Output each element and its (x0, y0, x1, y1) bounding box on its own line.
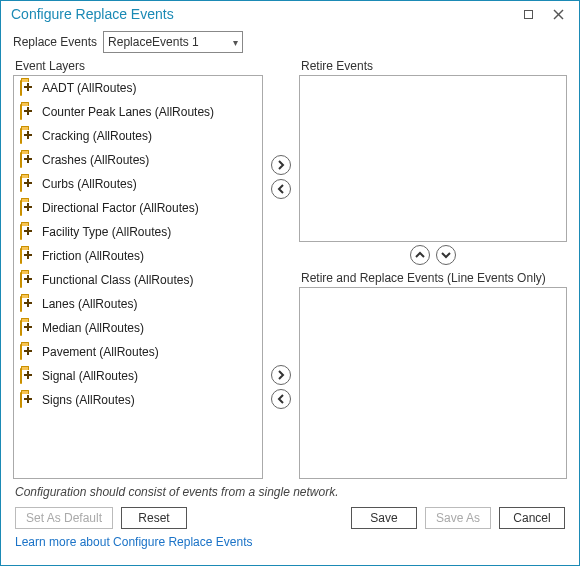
layer-label: Counter Peak Lanes (AllRoutes) (42, 105, 214, 119)
layer-icon (20, 273, 36, 287)
transfer-column (267, 59, 295, 479)
layer-icon (20, 129, 36, 143)
layer-label: Median (AllRoutes) (42, 321, 144, 335)
close-button[interactable] (543, 3, 573, 25)
layer-label: Pavement (AllRoutes) (42, 345, 159, 359)
replace-events-value: ReplaceEvents 1 (108, 35, 199, 49)
list-item[interactable]: Friction (AllRoutes) (14, 244, 262, 268)
layer-icon (20, 321, 36, 335)
layer-label: Lanes (AllRoutes) (42, 297, 137, 311)
set-as-default-button[interactable]: Set As Default (15, 507, 113, 529)
list-item[interactable]: AADT (AllRoutes) (14, 76, 262, 100)
layer-label: Directional Factor (AllRoutes) (42, 201, 199, 215)
replace-events-dropdown[interactable]: ReplaceEvents 1 ▾ (103, 31, 243, 53)
move-right-button-2[interactable] (271, 365, 291, 385)
list-item[interactable]: Cracking (AllRoutes) (14, 124, 262, 148)
move-down-button[interactable] (436, 245, 456, 265)
list-item[interactable]: Functional Class (AllRoutes) (14, 268, 262, 292)
config-note: Configuration should consist of events f… (15, 485, 565, 499)
layer-icon (20, 393, 36, 407)
layer-icon (20, 345, 36, 359)
list-item[interactable]: Facility Type (AllRoutes) (14, 220, 262, 244)
window: Configure Replace Events Replace Events … (0, 0, 580, 566)
learn-more-link[interactable]: Learn more about Configure Replace Event… (13, 535, 567, 557)
move-right-button[interactable] (271, 155, 291, 175)
save-button[interactable]: Save (351, 507, 417, 529)
move-left-button[interactable] (271, 179, 291, 199)
event-layers-column: Event Layers AADT (AllRoutes)Counter Pea… (13, 59, 263, 479)
replace-events-row: Replace Events ReplaceEvents 1 ▾ (13, 31, 567, 53)
list-item[interactable]: Signal (AllRoutes) (14, 364, 262, 388)
move-left-button-2[interactable] (271, 389, 291, 409)
layer-label: Crashes (AllRoutes) (42, 153, 149, 167)
list-item[interactable]: Median (AllRoutes) (14, 316, 262, 340)
layer-icon (20, 297, 36, 311)
layer-label: Signal (AllRoutes) (42, 369, 138, 383)
layer-label: Cracking (AllRoutes) (42, 129, 152, 143)
workarea: Event Layers AADT (AllRoutes)Counter Pea… (13, 59, 567, 479)
save-as-button[interactable]: Save As (425, 507, 491, 529)
layer-label: AADT (AllRoutes) (42, 81, 136, 95)
layer-label: Curbs (AllRoutes) (42, 177, 137, 191)
titlebar: Configure Replace Events (1, 1, 579, 27)
cancel-button[interactable]: Cancel (499, 507, 565, 529)
layer-icon (20, 153, 36, 167)
layer-label: Friction (AllRoutes) (42, 249, 144, 263)
chevron-down-icon: ▾ (233, 37, 238, 48)
retire-events-list[interactable] (299, 75, 567, 242)
reset-button[interactable]: Reset (121, 507, 187, 529)
move-up-button[interactable] (410, 245, 430, 265)
retire-replace-label: Retire and Replace Events (Line Events O… (301, 271, 567, 285)
layer-icon (20, 369, 36, 383)
list-item[interactable]: Lanes (AllRoutes) (14, 292, 262, 316)
replace-events-label: Replace Events (13, 35, 97, 49)
list-item[interactable]: Curbs (AllRoutes) (14, 172, 262, 196)
right-column: Retire Events Retire and Replace Events … (299, 59, 567, 479)
content: Replace Events ReplaceEvents 1 ▾ Event L… (1, 27, 579, 565)
list-item[interactable]: Crashes (AllRoutes) (14, 148, 262, 172)
svg-rect-0 (524, 10, 532, 18)
layer-icon (20, 177, 36, 191)
layer-icon (20, 249, 36, 263)
layer-label: Facility Type (AllRoutes) (42, 225, 171, 239)
layer-icon (20, 81, 36, 95)
list-item[interactable]: Pavement (AllRoutes) (14, 340, 262, 364)
window-title: Configure Replace Events (11, 6, 513, 22)
event-layers-list[interactable]: AADT (AllRoutes)Counter Peak Lanes (AllR… (13, 75, 263, 479)
layer-icon (20, 105, 36, 119)
retire-events-label: Retire Events (301, 59, 567, 73)
layer-icon (20, 201, 36, 215)
event-layers-label: Event Layers (15, 59, 263, 73)
list-item[interactable]: Directional Factor (AllRoutes) (14, 196, 262, 220)
buttons-row: Set As Default Reset Save Save As Cancel (13, 507, 567, 535)
reorder-buttons (299, 242, 567, 271)
retire-replace-list[interactable] (299, 287, 567, 479)
layer-label: Functional Class (AllRoutes) (42, 273, 193, 287)
maximize-button[interactable] (513, 3, 543, 25)
list-item[interactable]: Signs (AllRoutes) (14, 388, 262, 412)
layer-label: Signs (AllRoutes) (42, 393, 135, 407)
list-item[interactable]: Counter Peak Lanes (AllRoutes) (14, 100, 262, 124)
layer-icon (20, 225, 36, 239)
